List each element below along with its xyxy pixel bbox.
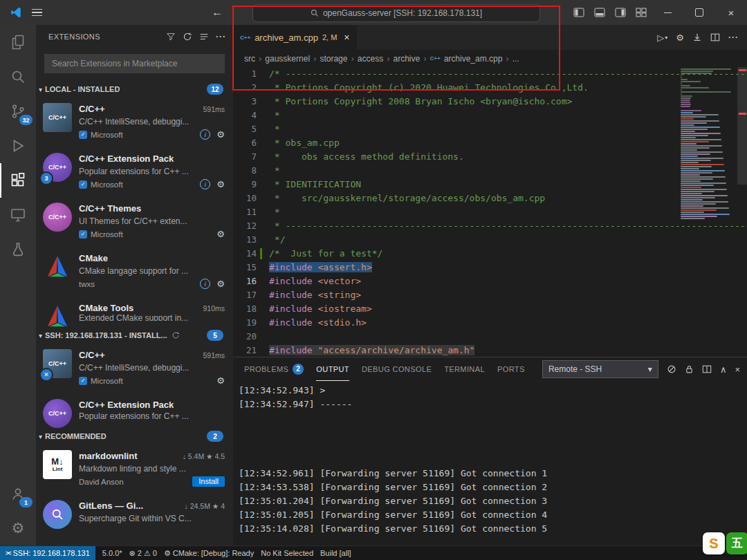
extension-item[interactable]: CMakeCMake langage support for ...twxsi⚙ [36, 246, 233, 296]
line-number-gutter[interactable]: 17 [233, 288, 269, 302]
code-line[interactable]: 8 * [233, 164, 747, 178]
extension-item[interactable]: C/C++C/C++ ThemesUI Themes for C/C++ ext… [36, 196, 233, 246]
code-line[interactable]: 12 * -----------------------------------… [233, 219, 747, 233]
breadcrumb-item[interactable]: archive [393, 54, 420, 64]
activity-run-debug[interactable] [0, 129, 36, 163]
panel-tab-output[interactable]: OUTPUT [316, 357, 349, 381]
breadcrumb-item[interactable]: storage [320, 54, 347, 64]
line-number-gutter[interactable]: 11 [233, 205, 269, 219]
breadcrumb-item[interactable]: gausskernel [265, 54, 310, 64]
code-line[interactable]: 4 * [233, 109, 747, 122]
activity-remote-explorer[interactable] [0, 198, 36, 232]
extensions-section-header[interactable]: ▾SSH: 192.168.178.131 - INSTALL...5 [36, 328, 233, 343]
output-channel-select[interactable]: Remote - SSH ▾ [542, 360, 658, 378]
breadcrumb-item[interactable]: src [244, 54, 255, 64]
split-editor-icon[interactable] [710, 32, 720, 42]
line-number-gutter[interactable]: 18 [233, 302, 269, 316]
line-number-gutter[interactable]: 12 [233, 219, 269, 233]
back-arrow-icon[interactable]: ← [212, 0, 223, 25]
clear-extensions-icon[interactable] [199, 32, 209, 41]
code-line[interactable]: 19#include <stdio.h> [233, 316, 747, 330]
download-icon[interactable] [692, 32, 702, 42]
breadcrumb-item[interactable]: access [358, 54, 383, 64]
extension-item[interactable]: CMake Tools910msExtended CMake support i… [36, 296, 233, 328]
minimap[interactable] [678, 68, 737, 220]
close-window-button[interactable]: × [715, 0, 747, 25]
more-actions-icon[interactable]: ··· [216, 32, 226, 41]
install-button[interactable]: Install [192, 476, 225, 487]
gear-icon[interactable]: ⚙ [216, 375, 225, 386]
line-number-gutter[interactable]: 21 [233, 344, 269, 357]
line-number-gutter[interactable]: 2 [233, 81, 269, 95]
split-panel-icon[interactable] [702, 364, 712, 374]
code-line[interactable]: 11 * [233, 205, 747, 219]
extension-item[interactable]: C/C++C/C++591msC/C++ IntelliSense, debug… [36, 97, 233, 147]
code-line[interactable]: 14/* Just for a test*/ [233, 247, 747, 261]
extensions-section-header[interactable]: ▾LOCAL - INSTALLED12 [36, 82, 233, 97]
line-number-gutter[interactable]: 20 [233, 330, 269, 344]
gear-icon[interactable]: ⚙ [216, 279, 225, 289]
problems-indicator[interactable]: ⊗2 ⚠0 [129, 549, 157, 558]
line-number-gutter[interactable]: 3 [233, 95, 269, 109]
output-console[interactable]: [12:34:52.943] >[12:34:52.947] ------ [1… [233, 381, 747, 545]
code-line[interactable]: 5 * [233, 122, 747, 136]
line-number-gutter[interactable]: 4 [233, 109, 269, 122]
extension-item[interactable]: C/C++3C/C++ Extension PackPopular extens… [36, 147, 233, 196]
gear-icon[interactable]: ⚙ [216, 229, 225, 239]
tab-archive-am-cpp[interactable]: C++ archive_am.cpp 2, M × [233, 25, 358, 50]
toggle-panel-icon[interactable] [589, 0, 610, 25]
overview-ruler[interactable] [737, 67, 747, 357]
branch-indicator[interactable]: 5.0.0* [102, 549, 122, 557]
customize-layout-icon[interactable] [631, 0, 652, 25]
gear-icon[interactable]: ⚙ [216, 129, 225, 140]
info-icon[interactable]: i [200, 179, 210, 189]
settings-gear-icon[interactable]: ⚙ [676, 32, 684, 43]
refresh-icon[interactable] [183, 32, 192, 41]
panel-tab-debug-console[interactable]: DEBUG CONSOLE [362, 357, 432, 381]
info-icon[interactable]: i [200, 279, 210, 289]
line-number-gutter[interactable]: 1 [233, 67, 269, 81]
breadcrumb-item[interactable]: archive_am.cpp [444, 54, 503, 64]
code-line[interactable]: 7 * obs access method definitions. [233, 150, 747, 164]
run-button[interactable]: ▷▾ [657, 32, 667, 43]
extension-item[interactable]: GitLens — Gi...↓ 24.5M ★ 4Supercharge Gi… [36, 494, 233, 532]
remote-indicator[interactable]: >< SSH: 192.168.178.131 [0, 546, 95, 560]
code-line[interactable]: 2 * Portions Copyright (c) 2020 Huawei T… [233, 81, 747, 95]
toggle-secondary-sidebar-icon[interactable] [610, 0, 631, 25]
close-tab-icon[interactable]: × [344, 32, 349, 43]
panel-tab-ports[interactable]: PORTS [497, 357, 525, 381]
line-number-gutter[interactable]: 13 [233, 233, 269, 247]
line-number-gutter[interactable]: 10 [233, 192, 269, 205]
maximize-panel-icon[interactable]: ∧ [720, 364, 727, 375]
activity-testing[interactable] [0, 232, 36, 267]
lock-icon[interactable] [685, 364, 694, 374]
titlebar-search[interactable]: openGauss-server [SSH: 192.168.178.131] [252, 4, 540, 22]
code-line[interactable]: 13 */ [233, 233, 747, 247]
code-editor[interactable]: 1/* ------------------------------------… [233, 67, 747, 357]
toggle-sidebar-icon[interactable] [569, 0, 589, 25]
activity-explorer[interactable] [0, 25, 36, 59]
line-number-gutter[interactable]: 7 [233, 150, 269, 164]
line-number-gutter[interactable]: 8 [233, 164, 269, 178]
cmake-status[interactable]: ⚙CMake: [Debug]: Ready [164, 549, 254, 558]
line-number-gutter[interactable]: 14 [233, 247, 269, 261]
scrollbar[interactable] [737, 67, 747, 185]
minimize-button[interactable] [652, 0, 683, 25]
more-actions-icon[interactable]: ··· [728, 32, 739, 42]
menu-icon[interactable] [32, 9, 42, 17]
code-line[interactable]: 20 [233, 330, 747, 344]
line-number-gutter[interactable]: 6 [233, 136, 269, 150]
extension-item[interactable]: C/C++✕C/C++591msC/C++ IntelliSense, debu… [36, 343, 233, 393]
code-line[interactable]: 18#include <iostream> [233, 302, 747, 316]
activity-extensions[interactable] [0, 163, 36, 198]
code-line[interactable]: 3 * Portions Copyright 2008 Bryan Ischo … [233, 95, 747, 109]
code-line[interactable]: 21#include "access/archive/archive_am.h" [233, 344, 747, 357]
extensions-section-header[interactable]: ▾RECOMMENDED2 [36, 429, 233, 444]
code-line[interactable]: 10 * src/gausskernel/storage/access/obs/… [233, 192, 747, 205]
activity-account[interactable]: 1 [0, 476, 36, 511]
line-number-gutter[interactable]: 5 [233, 122, 269, 136]
extensions-search-input[interactable] [50, 58, 219, 69]
ime-mode-indicator[interactable]: 五 [726, 532, 747, 554]
build-button[interactable]: Build [all] [320, 549, 351, 557]
line-number-gutter[interactable]: 15 [233, 261, 269, 274]
